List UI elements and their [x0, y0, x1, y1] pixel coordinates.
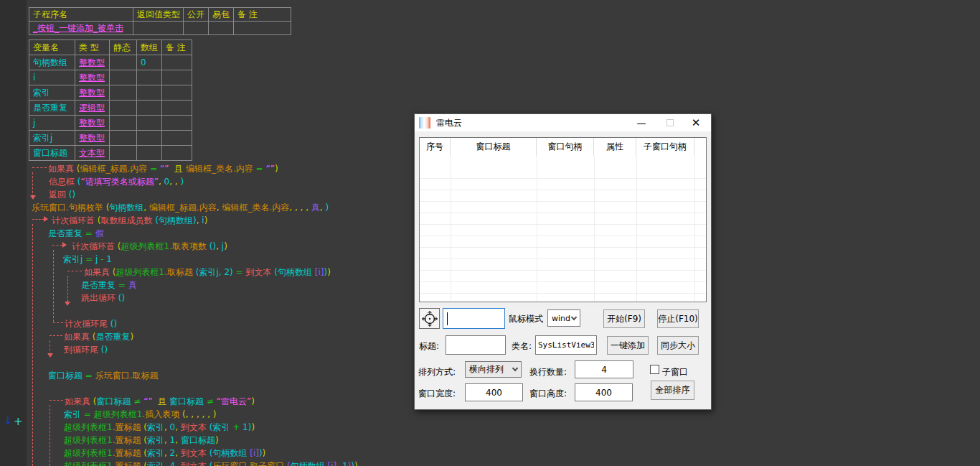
code-line[interactable]: 如果真 (编辑框_标题.内容 = “” 且 编辑框_类名.内容 = “”)	[48, 162, 278, 175]
listview-column-header[interactable]: 窗口标题	[451, 138, 537, 156]
table-cell[interactable]: 句柄数组	[29, 55, 75, 70]
listview-row[interactable]	[420, 213, 706, 225]
table-cell[interactable]: 公开	[184, 8, 209, 22]
code-line[interactable]: 如果真 (窗口标题 ≠ “” 且 窗口标题 ≠ “雷电云”)	[65, 395, 255, 408]
table-cell[interactable]	[110, 70, 137, 85]
child-window-checkbox[interactable]	[650, 365, 659, 374]
table-cell[interactable]: 备 注	[162, 40, 192, 55]
table-cell[interactable]: 逻辑型	[75, 101, 110, 116]
listview-column-header[interactable]: 子窗口句柄	[636, 138, 694, 156]
table-cell[interactable]	[137, 85, 162, 101]
window-width-input[interactable]	[465, 383, 523, 401]
table-cell[interactable]: 文本型	[75, 146, 110, 161]
listview-row[interactable]	[420, 225, 706, 236]
table-cell[interactable]: 窗口标题	[29, 146, 75, 161]
code-line[interactable]: 是否重复 = 假	[48, 227, 104, 240]
table-cell[interactable]: _按钮_一键添加_被单击	[29, 22, 133, 35]
listview-row[interactable]	[420, 248, 706, 259]
table-cell[interactable]: 变量名	[29, 40, 75, 55]
code-line[interactable]: 超级列表框1.置标题 (索引, 1, 窗口标题)	[64, 434, 219, 447]
listview-row[interactable]	[420, 282, 706, 294]
table-cell[interactable]: 整数型	[75, 116, 110, 131]
window-height-input[interactable]	[575, 383, 633, 401]
code-line[interactable]: 返回 ()	[49, 188, 75, 201]
code-line[interactable]: 窗口标题 = 乐玩窗口.取标题	[48, 369, 159, 382]
code-line[interactable]: 如果真 (是否重复)	[64, 330, 133, 343]
table-cell[interactable]	[162, 116, 192, 131]
code-line[interactable]: 索引 = 超级列表框1.插入表项 (, , , , , )	[64, 408, 216, 421]
listview-row[interactable]	[420, 294, 706, 305]
table-cell[interactable]	[137, 146, 162, 161]
wrap-count-input[interactable]	[575, 360, 633, 378]
table-cell[interactable]: 整数型	[75, 85, 110, 101]
table-cell[interactable]: 0	[137, 55, 162, 70]
sort-all-button[interactable]: 全部排序	[651, 381, 694, 400]
code-line[interactable]: 索引j = j - 1	[63, 253, 112, 266]
code-line[interactable]: 乐玩窗口.句柄枚举 (句柄数组, 编辑框_标题.内容, 编辑框_类名.内容, ,…	[32, 201, 329, 214]
code-line[interactable]: 超级列表框1.置标题 (索引, 4, 到文本 (乐玩窗口.取子窗口 (句柄数组 …	[64, 460, 358, 466]
table-cell[interactable]	[162, 131, 192, 146]
table-cell[interactable]	[137, 131, 162, 146]
table-cell[interactable]: j	[29, 116, 75, 131]
table-cell[interactable]: 索引	[29, 85, 75, 101]
table-cell[interactable]	[110, 101, 137, 116]
stop-button[interactable]: 停止(F10)	[657, 309, 699, 328]
table-cell[interactable]: 数组	[137, 40, 162, 55]
listview-row[interactable]	[420, 202, 706, 213]
table-row[interactable]: 窗口标题文本型	[29, 146, 192, 161]
code-line[interactable]: 如果真 (超级列表框1.取标题 (索引j, 2) = 到文本 (句柄数组 [i]…	[84, 266, 331, 279]
listview-row[interactable]	[420, 190, 706, 202]
start-button[interactable]: 开始(F9)	[603, 309, 645, 328]
table-cell[interactable]: 索引j	[29, 131, 75, 146]
table-cell[interactable]	[209, 22, 234, 35]
arrange-select[interactable]: 横向排列	[465, 361, 522, 378]
table-cell[interactable]: 子程序名	[29, 8, 133, 22]
table-cell[interactable]: 整数型	[75, 55, 110, 70]
listview-row[interactable]	[420, 259, 706, 271]
code-line[interactable]: 跳出循环 ()	[81, 292, 125, 304]
code-line[interactable]: 到循环尾 ()	[64, 343, 108, 356]
close-button[interactable]: ✕	[684, 114, 708, 131]
jump-down-arrow-icon[interactable]: ↓	[4, 414, 13, 427]
table-row[interactable]: 句柄数组整数型0	[29, 55, 192, 70]
table-cell[interactable]: 是否重复	[29, 101, 75, 116]
table-cell[interactable]: 返回值类型	[133, 8, 184, 22]
listview-column-header[interactable]: 窗口句柄	[537, 138, 594, 156]
table-row[interactable]: 索引整数型	[29, 85, 192, 101]
code-line[interactable]: 计次循环首 (取数组成员数 (句柄数组), i)	[52, 214, 207, 227]
table-cell[interactable]	[137, 116, 162, 131]
listview-column-header[interactable]: 序号	[420, 138, 451, 156]
minimize-button[interactable]: —	[629, 114, 654, 131]
table-row[interactable]: _按钮_一键添加_被单击	[29, 22, 291, 35]
table-cell[interactable]	[162, 70, 192, 85]
listview-column-header[interactable]: 属性	[594, 138, 636, 156]
sync-size-button[interactable]: 同步大小	[657, 336, 699, 355]
code-line[interactable]: 是否重复 = 真	[81, 279, 137, 292]
fold-plus-icon[interactable]: +	[14, 415, 23, 428]
table-row[interactable]: i整数型	[29, 70, 192, 85]
table-cell[interactable]	[184, 22, 209, 35]
class-input[interactable]	[535, 335, 597, 355]
mouse-mode-select[interactable]: wind	[547, 309, 580, 327]
title-input[interactable]	[446, 335, 506, 355]
code-line[interactable]: 超级列表框1.置标题 (索引, 0, 到文本 (索引 + 1))	[64, 421, 255, 434]
table-cell[interactable]: 备 注	[234, 8, 291, 22]
table-cell[interactable]	[162, 101, 192, 116]
window-listview[interactable]: 序号窗口标题窗口句柄属性子窗口句柄	[419, 137, 707, 302]
code-line[interactable]: 信息框 (“请填写类名或标题”, 0, , )	[49, 175, 184, 188]
table-cell[interactable]: i	[29, 70, 75, 85]
window-titlebar[interactable]: 雷电云 — ✕	[415, 114, 711, 131]
window-spy-button[interactable]	[419, 308, 440, 329]
listview-row[interactable]	[420, 271, 706, 282]
table-row[interactable]: 是否重复逻辑型	[29, 101, 192, 116]
table-cell[interactable]	[137, 101, 162, 116]
table-row[interactable]: j整数型	[29, 116, 192, 131]
code-line[interactable]: 超级列表框1.置标题 (索引, 2, 到文本 (句柄数组 [i]))	[64, 447, 265, 460]
table-cell[interactable]	[110, 85, 137, 101]
listview-row[interactable]	[420, 167, 706, 179]
table-cell[interactable]: 整数型	[75, 131, 110, 146]
table-cell[interactable]: 静态	[110, 40, 137, 55]
spy-target-input[interactable]	[443, 308, 505, 329]
table-cell[interactable]	[137, 70, 162, 85]
table-cell[interactable]	[162, 55, 192, 70]
